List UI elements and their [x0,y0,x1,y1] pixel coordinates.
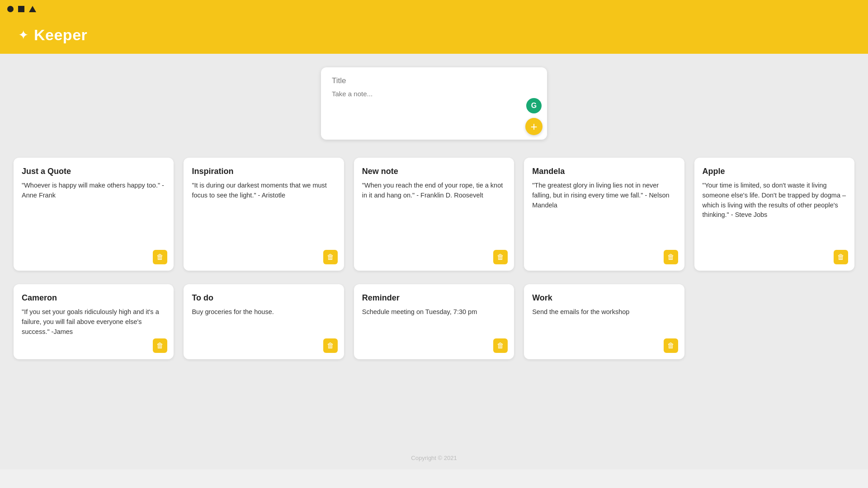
note-card: New note "When you reach the end of your… [354,158,514,271]
note-card-body: "Your time is limited, so don't waste it… [703,181,846,220]
app-logo-icon: ✦ [18,28,28,42]
trash-icon: 🗑 [667,253,675,261]
note-card-title: Apple [703,167,846,176]
note-card-title: Just a Quote [22,167,165,176]
note-card-title: Reminder [362,293,506,303]
note-body-input[interactable] [332,90,536,98]
titlebar-circle [7,6,14,12]
note-card-title: To do [192,293,335,303]
note-card-title: New note [362,167,506,176]
copyright: Copyright © 2021 [411,455,457,461]
delete-button[interactable]: 🗑 [153,338,167,353]
grammarly-label: G [531,102,537,110]
delete-button[interactable]: 🗑 [664,250,678,264]
titlebar [0,0,868,18]
trash-icon: 🗑 [667,342,675,350]
note-card: Inspiration "It is during our darkest mo… [184,158,344,271]
main-content: G + Just a Quote "Whoever is happy will … [0,54,868,469]
trash-icon: 🗑 [156,253,164,261]
note-card-body: "When you reach the end of your rope, ti… [362,181,506,201]
delete-button[interactable]: 🗑 [834,250,848,264]
note-title-input[interactable] [332,76,536,85]
trash-icon: 🗑 [497,342,504,350]
notes-grid-row2: Cameron "If you set your goals ridiculou… [14,284,854,359]
note-card-body: "If you set your goals ridiculously high… [22,307,165,337]
trash-icon: 🗑 [327,253,334,261]
delete-button[interactable]: 🗑 [493,250,508,264]
note-input-container: G + [321,67,547,140]
trash-icon: 🗑 [837,253,844,261]
add-icon: + [530,120,537,134]
trash-icon: 🗑 [156,342,164,350]
note-card-title: Inspiration [192,167,335,176]
grammarly-button[interactable]: G [526,98,542,113]
note-card: Just a Quote "Whoever is happy will make… [14,158,174,271]
note-card-body: Send the emails for the workshop [532,307,676,317]
note-input-box [321,67,547,140]
add-note-button[interactable]: + [525,118,542,135]
notes-grid-row1: Just a Quote "Whoever is happy will make… [14,158,854,271]
note-card-body: Buy groceries for the house. [192,307,335,317]
app-title: Keeper [34,26,87,44]
note-card: Apple "Your time is limited, so don't wa… [694,158,854,271]
trash-icon: 🗑 [497,253,504,261]
note-card-title: Cameron [22,293,165,303]
note-card-body: Schedule meeting on Tuesday, 7:30 pm [362,307,506,317]
app-header: ✦ Keeper [0,18,868,54]
note-card-body: "The greatest glory in living lies not i… [532,181,676,210]
note-card-body: "Whoever is happy will make others happy… [22,181,165,201]
delete-button[interactable]: 🗑 [323,250,338,264]
delete-button[interactable]: 🗑 [664,338,678,353]
note-card-body: "It is during our darkest moments that w… [192,181,335,201]
note-card: To do Buy groceries for the house. 🗑 [184,284,344,359]
note-card: Reminder Schedule meeting on Tuesday, 7:… [354,284,514,359]
trash-icon: 🗑 [327,342,334,350]
note-card: Cameron "If you set your goals ridiculou… [14,284,174,359]
note-card-title: Mandela [532,167,676,176]
note-card: Work Send the emails for the workshop 🗑 [524,284,684,359]
note-card-title: Work [532,293,676,303]
delete-button[interactable]: 🗑 [153,250,167,264]
titlebar-triangle [29,6,36,12]
titlebar-square [18,6,24,12]
delete-button[interactable]: 🗑 [493,338,508,353]
note-card: Mandela "The greatest glory in living li… [524,158,684,271]
delete-button[interactable]: 🗑 [323,338,338,353]
